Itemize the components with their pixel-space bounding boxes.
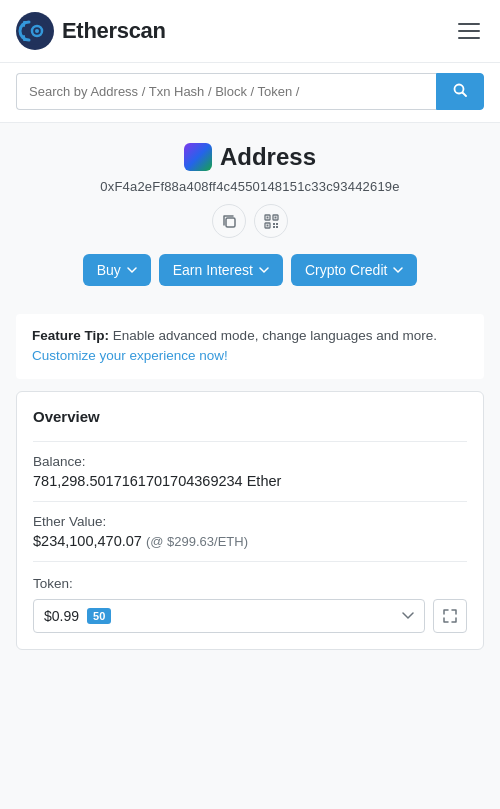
main-content: Address 0xF4a2eFf88a408ff4c4550148151c33… <box>0 123 500 670</box>
hamburger-line-1 <box>458 23 480 25</box>
feature-tip: Feature Tip: Enable advanced mode, chang… <box>16 314 484 379</box>
token-section: Token: $0.99 50 <box>33 576 467 633</box>
buy-label: Buy <box>97 262 121 278</box>
svg-rect-8 <box>266 216 268 218</box>
token-select-left: $0.99 50 <box>44 608 111 624</box>
token-dropdown-chevron-icon <box>402 612 414 620</box>
logo-text: Etherscan <box>62 18 166 44</box>
etherscan-logo-icon <box>16 12 54 50</box>
overview-card: Overview Balance: 781,298.50171617017043… <box>16 391 484 650</box>
earn-chevron-icon <box>259 265 269 275</box>
address-icon-wrap: Address <box>16 143 484 171</box>
page-title: Address <box>220 143 316 171</box>
ether-value-rate: (@ $299.63/ETH) <box>146 534 248 549</box>
address-avatar <box>184 143 212 171</box>
balance-label: Balance: <box>33 454 467 469</box>
balance-section: Balance: 781,298.5017161701704369234 Eth… <box>33 454 467 489</box>
buy-button[interactable]: Buy <box>83 254 151 286</box>
action-buttons: Buy Earn Interest Crypto Credit <box>16 254 484 286</box>
address-actions <box>16 204 484 238</box>
logo-area: Etherscan <box>16 12 166 50</box>
ether-value-section: Ether Value: $234,100,470.07 (@ $299.63/… <box>33 514 467 549</box>
qr-icon <box>264 214 279 229</box>
svg-rect-15 <box>273 226 275 228</box>
crypto-credit-label: Crypto Credit <box>305 262 387 278</box>
svg-rect-13 <box>273 223 275 225</box>
earn-interest-label: Earn Interest <box>173 262 253 278</box>
overview-divider-2 <box>33 501 467 502</box>
token-select-wrap: $0.99 50 <box>33 599 467 633</box>
address-section: Address 0xF4a2eFf88a408ff4c4550148151c33… <box>16 123 484 302</box>
balance-value: 781,298.5017161701704369234 Ether <box>33 473 467 489</box>
copy-address-button[interactable] <box>212 204 246 238</box>
expand-button[interactable] <box>433 599 467 633</box>
hamburger-line-2 <box>458 30 480 32</box>
feature-tip-text: Enable advanced mode, change languages a… <box>113 328 437 343</box>
search-bar <box>0 63 500 123</box>
token-select-dropdown[interactable]: $0.99 50 <box>33 599 425 633</box>
token-label: Token: <box>33 576 467 591</box>
token-count-badge: 50 <box>87 608 111 624</box>
address-hash: 0xF4a2eFf88a408ff4c4550148151c33c9344261… <box>16 179 484 194</box>
crypto-credit-button[interactable]: Crypto Credit <box>291 254 417 286</box>
ether-value-amount: $234,100,470.07 <box>33 533 142 549</box>
svg-point-3 <box>35 29 39 33</box>
feature-tip-link[interactable]: Customize your experience now! <box>32 348 228 363</box>
ether-value-label: Ether Value: <box>33 514 467 529</box>
overview-divider-1 <box>33 441 467 442</box>
ether-rate-text: (@ $299.63/ETH) <box>146 534 248 549</box>
overview-title: Overview <box>33 408 467 425</box>
svg-rect-10 <box>274 216 276 218</box>
token-value: $0.99 <box>44 608 79 624</box>
feature-tip-bold: Feature Tip: <box>32 328 109 343</box>
qr-code-button[interactable] <box>254 204 288 238</box>
search-icon <box>453 83 467 97</box>
header: Etherscan <box>0 0 500 63</box>
svg-rect-14 <box>276 223 278 225</box>
earn-interest-button[interactable]: Earn Interest <box>159 254 283 286</box>
hamburger-line-3 <box>458 37 480 39</box>
copy-icon <box>222 214 237 229</box>
ether-value: $234,100,470.07 (@ $299.63/ETH) <box>33 533 467 549</box>
svg-rect-12 <box>266 224 268 226</box>
credit-chevron-icon <box>393 265 403 275</box>
svg-rect-16 <box>276 226 278 228</box>
hamburger-button[interactable] <box>454 19 484 43</box>
svg-line-5 <box>463 93 467 97</box>
overview-divider-3 <box>33 561 467 562</box>
svg-rect-6 <box>226 218 235 227</box>
expand-icon <box>443 609 457 623</box>
search-button[interactable] <box>436 73 484 110</box>
search-input[interactable] <box>16 73 436 110</box>
buy-chevron-icon <box>127 265 137 275</box>
